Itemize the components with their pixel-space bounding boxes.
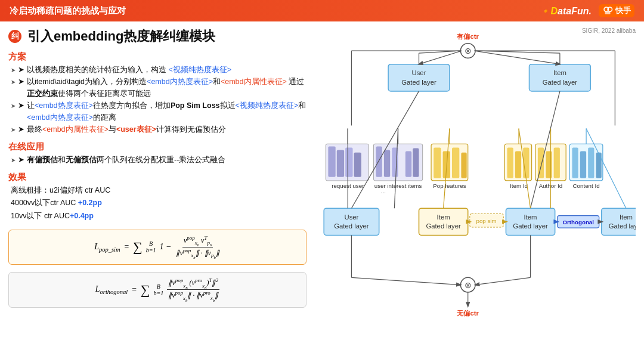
- effect-line-3: 10vv以下 ctr AUC+0.4pp: [11, 210, 306, 222]
- svg-text:Content Id: Content Id: [573, 182, 600, 189]
- svg-text:Item: Item: [620, 214, 633, 221]
- highlight-3: <embd内属性表征>: [221, 78, 287, 86]
- svg-rect-61: [419, 208, 468, 235]
- svg-rect-25: [384, 150, 390, 177]
- svg-text:Item: Item: [553, 69, 566, 76]
- svg-rect-20: [345, 147, 352, 177]
- sigir-ref: SIGIR, 2022 alibaba: [582, 27, 636, 34]
- online-section: 在线应用 ➤ 有偏预估和无偏预估两个队列在线分配权重--乘法公式融合: [8, 141, 306, 166]
- svg-text:User: User: [345, 214, 359, 221]
- left-panel: 纠 引入embedding热度解纠缠模块 方案 ➤ 以视频热度相关的统计特征为输…: [8, 27, 306, 358]
- kuaishou-logo: 快手: [599, 4, 634, 17]
- svg-rect-71: [602, 208, 636, 235]
- highlight-10: <user表征>: [116, 125, 156, 134]
- formula-box-1: Lpop_sim = ∑ B b=1 1 − vpopxb vTpb ‖vpop…: [8, 230, 306, 265]
- highlight-4: 正交约束: [27, 89, 58, 98]
- svg-rect-18: [328, 146, 335, 177]
- svg-text:user interest items: user interest items: [374, 182, 422, 189]
- fangan-item-3: ➤ 让<embd热度表征>往热度方向拟合，增加Pop Sim Loss拟近<视频…: [11, 100, 306, 123]
- content-area: 纠 引入embedding热度解纠缠模块 方案 ➤ 以视频热度相关的统计特征为输…: [0, 21, 644, 362]
- svg-text:User: User: [412, 69, 426, 76]
- svg-rect-47: [572, 147, 578, 178]
- svg-text:Gated layer: Gated layer: [543, 79, 578, 86]
- formula-box-2: Lorthogonal = ∑ B b=1 ‖vpopxb (vproxb)T‖…: [8, 272, 306, 307]
- kuaishou-label: 快手: [615, 5, 631, 16]
- datafun-logo: 🔸DataFun.: [539, 5, 592, 17]
- badge-jiu: 纠: [8, 30, 21, 43]
- svg-rect-2: [605, 12, 611, 15]
- svg-text:⊗: ⊗: [465, 280, 472, 290]
- highlight-8: <embd内热度表征>: [27, 113, 93, 122]
- fangan-arrow-3: ➤: [18, 100, 24, 112]
- svg-rect-49: [588, 147, 594, 178]
- highlight-9: <embd内属性表征>: [42, 125, 109, 134]
- header: 冷启动稀疏问题的挑战与应对 🔸DataFun. 快手: [0, 0, 644, 21]
- effect-text: 离线粗排：u2i偏好塔 ctr AUC 4000vv以下ctr AUC +0.2…: [8, 184, 306, 222]
- formula-2-content: Lorthogonal = ∑ B b=1 ‖vpopxb (vproxb)T‖…: [17, 277, 298, 302]
- svg-line-81: [351, 277, 460, 284]
- highlight-6: Pop Sim Loss: [171, 101, 220, 110]
- svg-rect-27: [405, 151, 411, 177]
- svg-text:无偏ctr: 无偏ctr: [456, 310, 479, 317]
- pop-features-label: Pop features: [433, 182, 466, 189]
- svg-text:Item Id: Item Id: [510, 182, 528, 189]
- svg-rect-38: [515, 151, 521, 178]
- effect-label: 效果: [8, 172, 306, 183]
- main-title-row: 纠 引入embedding热度解纠缠模块: [8, 27, 306, 45]
- svg-text:pop sim: pop sim: [476, 218, 496, 224]
- youbian-ctr-label: 有偏ctr: [456, 33, 479, 40]
- svg-rect-42: [538, 147, 544, 178]
- highlight-1: <视频纯热度表征>: [168, 66, 231, 74]
- effect-line-1: 离线粗排：u2i偏好塔 ctr AUC: [11, 184, 306, 197]
- right-panel: SIGIR, 2022 alibaba 有偏ctr ⊗ Us: [312, 27, 636, 358]
- main-title-text: 引入embedding热度解纠缠模块: [27, 27, 215, 45]
- fangan-arrow-1: ➤: [18, 64, 24, 76]
- fangan-arrow-4: ➤: [18, 123, 24, 135]
- fangan-label: 方案: [8, 51, 306, 63]
- svg-rect-48: [580, 151, 586, 178]
- svg-rect-24: [376, 146, 382, 177]
- effect-section: 效果 离线粗排：u2i偏好塔 ctr AUC 4000vv以下ctr AUC +…: [8, 172, 306, 222]
- svg-rect-21: [354, 153, 361, 177]
- svg-line-83: [475, 277, 531, 284]
- svg-text:Gated layer: Gated layer: [426, 222, 461, 230]
- svg-text:Gated layer: Gated layer: [513, 222, 548, 230]
- svg-rect-58: [324, 208, 379, 235]
- formula-1-content: Lpop_sim = ∑ B b=1 1 − vpopxb vTpb ‖vpop…: [17, 235, 298, 259]
- fangan-item-4: ➤ 最终<embd内属性表征>与<user表征>计算得到无偏预估分: [11, 123, 306, 135]
- svg-rect-50: [596, 153, 602, 178]
- header-title: 冷启动稀疏问题的挑战与应对: [10, 5, 126, 17]
- header-logos: 🔸DataFun. 快手: [539, 4, 634, 17]
- fangan-list: ➤ 以视频热度相关的统计特征为输入，构造 <视频纯热度表征> ➤ 以itemid…: [8, 64, 306, 135]
- fangan-item-1: ➤ 以视频热度相关的统计特征为输入，构造 <视频纯热度表征>: [11, 64, 306, 76]
- svg-rect-32: [434, 147, 441, 178]
- svg-rect-8: [530, 64, 591, 91]
- formula-2-frac: ‖vpopxb (vproxb)T‖2 ‖vpopxb‖ · ‖vproxb‖: [167, 277, 219, 302]
- highlight-7: <视频纯热度表征>: [236, 101, 299, 110]
- svg-rect-44: [554, 147, 560, 178]
- online-label: 在线应用: [8, 141, 306, 153]
- diagram-svg: 有偏ctr ⊗ User Gated layer Item Gated laye…: [312, 27, 636, 358]
- svg-rect-37: [507, 147, 513, 178]
- svg-text:Gated layer: Gated layer: [334, 222, 369, 230]
- effect-line-2: 4000vv以下ctr AUC +0.2pp: [11, 197, 306, 209]
- highlight-5: <embd热度表征>: [35, 101, 93, 110]
- svg-rect-19: [337, 150, 344, 177]
- online-item-1: ➤ 有偏预估和无偏预估两个队列在线分配权重--乘法公式融合: [11, 154, 306, 166]
- svg-rect-28: [413, 148, 419, 177]
- svg-text:Item: Item: [437, 214, 450, 221]
- svg-text:Gated layer: Gated layer: [609, 222, 636, 230]
- svg-text:Orthogonal: Orthogonal: [562, 219, 594, 225]
- fangan-section: 方案 ➤ 以视频热度相关的统计特征为输入，构造 <视频纯热度表征> ➤ 以ite…: [8, 51, 306, 135]
- formula-1-frac: vpopxb vTpb ‖vpopxb‖ · ‖vpb‖: [175, 235, 220, 259]
- fangan-item-2: ➤ 以itemid\aid\tagid为输入，分别构造<embd内热度表征>和<…: [11, 76, 306, 100]
- svg-rect-66: [506, 208, 555, 235]
- svg-text:⊗: ⊗: [465, 46, 472, 55]
- svg-rect-5: [388, 64, 450, 91]
- highlight-2: <embd内热度表征>: [147, 78, 213, 86]
- svg-rect-35: [461, 153, 466, 178]
- svg-text:Gated layer: Gated layer: [401, 79, 436, 86]
- svg-rect-34: [452, 147, 459, 178]
- fangan-arrow-2: ➤: [18, 76, 24, 88]
- svg-text:Item: Item: [524, 214, 537, 221]
